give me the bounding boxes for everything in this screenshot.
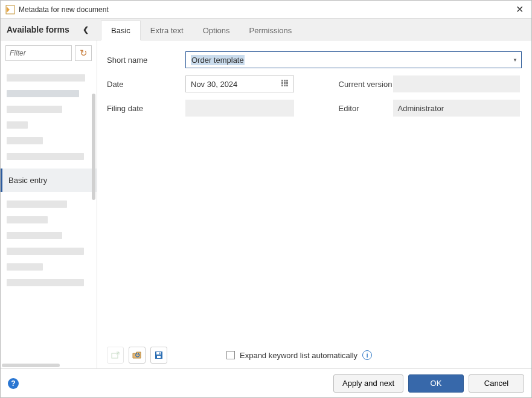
editor-field: Administrator: [393, 100, 520, 117]
filing-date-label: Filing date: [107, 104, 185, 113]
editor-label: Editor: [315, 104, 393, 113]
folder-refresh-button[interactable]: [129, 347, 146, 364]
svg-rect-5: [159, 353, 161, 355]
date-label: Date: [107, 80, 185, 89]
dialog-title: Metadata for new document: [19, 5, 109, 14]
app-icon: [5, 5, 15, 14]
date-value: Nov 30, 2024: [191, 80, 237, 89]
footer: ? Apply and next OK Cancel: [1, 368, 531, 397]
list-item[interactable]: [7, 74, 85, 82]
filter-row: ↻: [1, 40, 97, 66]
filter-reset-button[interactable]: ↻: [75, 45, 92, 61]
short-name-label: Short name: [107, 56, 185, 65]
svg-rect-3: [156, 352, 161, 355]
sidebar-scrollbar[interactable]: [92, 94, 95, 200]
expand-keyword-label: Expand keyword list automatically: [240, 351, 357, 360]
tab-options[interactable]: Options: [193, 21, 240, 40]
footer-buttons: Apply and next OK Cancel: [333, 374, 524, 393]
titlebar: Metadata for new document ✕: [1, 1, 531, 19]
short-name-input[interactable]: Order template ▼: [185, 51, 522, 68]
short-name-value: Order template: [191, 55, 245, 65]
date-picker-icon[interactable]: [281, 80, 290, 88]
header-area: Available forms ❮ Basic Extra text Optio…: [1, 19, 531, 40]
filter-input[interactable]: [5, 45, 72, 61]
list-item[interactable]: [7, 121, 28, 129]
list-item[interactable]: [7, 106, 62, 113]
sidebar: ↻ Basic entry: [1, 40, 97, 368]
list-item[interactable]: [7, 137, 43, 144]
list-item[interactable]: [7, 216, 48, 223]
collapse-sidebar-button[interactable]: ❮: [80, 23, 91, 36]
sidebar-title: Available forms: [7, 25, 69, 34]
load-keywording-button: [107, 347, 124, 364]
ok-button[interactable]: OK: [408, 374, 464, 393]
sidebar-header: Available forms ❮: [1, 19, 97, 40]
sidebar-h-scrollbar[interactable]: [2, 364, 60, 367]
cancel-button[interactable]: Cancel: [469, 374, 524, 393]
close-icon[interactable]: ✕: [512, 2, 527, 17]
expand-keyword-checkbox[interactable]: [226, 351, 235, 359]
current-version-field: [393, 75, 520, 92]
current-version-label: Current version: [315, 80, 393, 89]
list-item[interactable]: [7, 232, 62, 239]
help-icon[interactable]: ?: [8, 378, 19, 389]
list-item[interactable]: [7, 279, 84, 286]
form-list[interactable]: Basic entry: [1, 66, 97, 364]
list-item-selected[interactable]: Basic entry: [1, 169, 97, 192]
form-grid: Short name Order template ▼ Date Nov 30,…: [107, 51, 522, 117]
tab-permissions[interactable]: Permissions: [240, 21, 302, 40]
expand-keyword-row: Expand keyword list automatically i: [226, 350, 372, 360]
list-item[interactable]: [7, 90, 79, 97]
tab-basic[interactable]: Basic: [101, 21, 141, 40]
body: ↻ Basic entry Shor: [1, 40, 531, 368]
list-item[interactable]: [7, 263, 43, 271]
date-input[interactable]: Nov 30, 2024: [185, 75, 294, 92]
filing-date-field: [185, 100, 294, 117]
list-item[interactable]: [7, 201, 67, 208]
refresh-icon: ↻: [80, 48, 88, 59]
list-item[interactable]: [7, 153, 84, 160]
tab-bar: Basic Extra text Options Permissions: [97, 19, 301, 40]
apply-and-next-button[interactable]: Apply and next: [333, 374, 403, 393]
svg-rect-4: [157, 356, 161, 358]
main-panel: Short name Order template ▼ Date Nov 30,…: [97, 40, 531, 368]
list-item[interactable]: [7, 248, 84, 255]
tab-extra-text[interactable]: Extra text: [141, 21, 193, 40]
bottom-toolbar: Expand keyword list automatically i: [107, 342, 522, 368]
save-button[interactable]: [150, 347, 167, 364]
dropdown-icon[interactable]: ▼: [513, 57, 518, 63]
info-icon[interactable]: i: [362, 350, 372, 360]
